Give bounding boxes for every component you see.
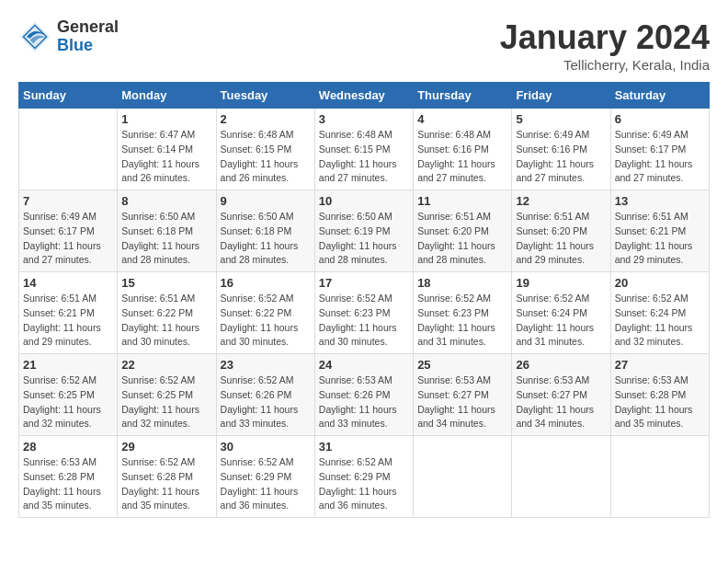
day-detail: Sunrise: 6:51 AM Sunset: 6:20 PM Dayligh… (417, 210, 507, 268)
day-detail: Sunrise: 6:47 AM Sunset: 6:14 PM Dayligh… (121, 128, 211, 186)
week-row: 21Sunrise: 6:52 AM Sunset: 6:25 PM Dayli… (19, 354, 710, 436)
day-number: 16 (221, 276, 311, 290)
day-cell (19, 109, 118, 190)
header-cell-thursday: Thursday (414, 83, 512, 109)
week-row: 1Sunrise: 6:47 AM Sunset: 6:14 PM Daylig… (19, 109, 710, 190)
day-detail: Sunrise: 6:53 AM Sunset: 6:28 PM Dayligh… (23, 455, 113, 513)
day-cell: 23Sunrise: 6:52 AM Sunset: 6:26 PM Dayli… (216, 354, 314, 436)
day-cell: 28Sunrise: 6:53 AM Sunset: 6:28 PM Dayli… (19, 436, 118, 518)
day-cell: 12Sunrise: 6:51 AM Sunset: 6:20 PM Dayli… (512, 190, 610, 272)
header-row: SundayMondayTuesdayWednesdayThursdayFrid… (19, 83, 710, 109)
day-number: 2 (221, 112, 311, 126)
day-detail: Sunrise: 6:51 AM Sunset: 6:22 PM Dayligh… (121, 292, 211, 350)
day-number: 22 (121, 358, 211, 372)
day-detail: Sunrise: 6:49 AM Sunset: 6:17 PM Dayligh… (615, 128, 705, 186)
day-number: 28 (23, 440, 113, 454)
day-cell: 24Sunrise: 6:53 AM Sunset: 6:26 PM Dayli… (314, 354, 413, 436)
day-cell: 18Sunrise: 6:52 AM Sunset: 6:23 PM Dayli… (414, 272, 512, 354)
day-cell: 17Sunrise: 6:52 AM Sunset: 6:23 PM Dayli… (314, 272, 413, 354)
day-number: 11 (417, 194, 507, 208)
day-cell: 25Sunrise: 6:53 AM Sunset: 6:27 PM Dayli… (414, 354, 512, 436)
day-detail: Sunrise: 6:51 AM Sunset: 6:21 PM Dayligh… (23, 292, 113, 350)
day-detail: Sunrise: 6:52 AM Sunset: 6:26 PM Dayligh… (221, 373, 311, 431)
day-cell: 22Sunrise: 6:52 AM Sunset: 6:25 PM Dayli… (118, 354, 216, 436)
day-number: 14 (23, 276, 113, 290)
header-cell-wednesday: Wednesday (314, 83, 413, 109)
day-detail: Sunrise: 6:48 AM Sunset: 6:16 PM Dayligh… (417, 128, 507, 186)
header-cell-saturday: Saturday (610, 83, 709, 109)
day-number: 10 (319, 194, 409, 208)
day-number: 23 (221, 358, 311, 372)
day-number: 15 (121, 276, 211, 290)
header-cell-sunday: Sunday (19, 83, 118, 109)
header-cell-tuesday: Tuesday (216, 83, 314, 109)
day-number: 13 (615, 194, 705, 208)
day-detail: Sunrise: 6:53 AM Sunset: 6:27 PM Dayligh… (516, 373, 606, 431)
day-detail: Sunrise: 6:52 AM Sunset: 6:23 PM Dayligh… (417, 292, 507, 350)
day-cell: 15Sunrise: 6:51 AM Sunset: 6:22 PM Dayli… (118, 272, 216, 354)
day-number: 1 (121, 112, 211, 126)
day-detail: Sunrise: 6:52 AM Sunset: 6:24 PM Dayligh… (516, 292, 606, 350)
day-number: 9 (221, 194, 311, 208)
day-number: 12 (516, 194, 606, 208)
day-detail: Sunrise: 6:53 AM Sunset: 6:28 PM Dayligh… (615, 373, 705, 431)
day-detail: Sunrise: 6:52 AM Sunset: 6:23 PM Dayligh… (319, 292, 409, 350)
week-row: 7Sunrise: 6:49 AM Sunset: 6:17 PM Daylig… (19, 190, 710, 272)
calendar-header: SundayMondayTuesdayWednesdayThursdayFrid… (19, 83, 710, 109)
day-cell: 13Sunrise: 6:51 AM Sunset: 6:21 PM Dayli… (610, 190, 709, 272)
day-cell: 11Sunrise: 6:51 AM Sunset: 6:20 PM Dayli… (414, 190, 512, 272)
day-detail: Sunrise: 6:50 AM Sunset: 6:18 PM Dayligh… (221, 210, 311, 268)
day-number: 19 (516, 276, 606, 290)
day-cell: 16Sunrise: 6:52 AM Sunset: 6:22 PM Dayli… (216, 272, 314, 354)
day-cell: 27Sunrise: 6:53 AM Sunset: 6:28 PM Dayli… (610, 354, 709, 436)
day-cell: 10Sunrise: 6:50 AM Sunset: 6:19 PM Dayli… (314, 190, 413, 272)
day-cell: 14Sunrise: 6:51 AM Sunset: 6:21 PM Dayli… (19, 272, 118, 354)
day-detail: Sunrise: 6:53 AM Sunset: 6:27 PM Dayligh… (417, 373, 507, 431)
logo-icon (18, 20, 51, 53)
day-number: 18 (417, 276, 507, 290)
day-detail: Sunrise: 6:53 AM Sunset: 6:26 PM Dayligh… (319, 373, 409, 431)
logo-general-text: General (57, 18, 119, 37)
day-cell: 30Sunrise: 6:52 AM Sunset: 6:29 PM Dayli… (216, 436, 314, 518)
day-number: 21 (23, 358, 113, 372)
day-number: 4 (417, 112, 507, 126)
week-row: 14Sunrise: 6:51 AM Sunset: 6:21 PM Dayli… (19, 272, 710, 354)
day-number: 3 (319, 112, 409, 126)
day-cell: 4Sunrise: 6:48 AM Sunset: 6:16 PM Daylig… (414, 109, 512, 190)
logo-blue-text: Blue (57, 37, 119, 55)
day-cell: 8Sunrise: 6:50 AM Sunset: 6:18 PM Daylig… (118, 190, 216, 272)
day-cell: 2Sunrise: 6:48 AM Sunset: 6:15 PM Daylig… (216, 109, 314, 190)
title-area: January 2024 Tellicherry, Kerala, India (500, 18, 710, 73)
day-cell: 31Sunrise: 6:52 AM Sunset: 6:29 PM Dayli… (314, 436, 413, 518)
day-detail: Sunrise: 6:52 AM Sunset: 6:25 PM Dayligh… (23, 373, 113, 431)
day-detail: Sunrise: 6:52 AM Sunset: 6:22 PM Dayligh… (221, 292, 311, 350)
calendar-title: January 2024 (500, 18, 710, 57)
day-detail: Sunrise: 6:49 AM Sunset: 6:16 PM Dayligh… (516, 128, 606, 186)
day-number: 8 (121, 194, 211, 208)
day-cell: 26Sunrise: 6:53 AM Sunset: 6:27 PM Dayli… (512, 354, 610, 436)
day-number: 26 (516, 358, 606, 372)
day-number: 5 (516, 112, 606, 126)
day-number: 24 (319, 358, 409, 372)
day-detail: Sunrise: 6:50 AM Sunset: 6:18 PM Dayligh… (121, 210, 211, 268)
day-number: 31 (319, 440, 409, 454)
day-cell (414, 436, 512, 518)
day-number: 25 (417, 358, 507, 372)
day-cell: 19Sunrise: 6:52 AM Sunset: 6:24 PM Dayli… (512, 272, 610, 354)
day-cell: 1Sunrise: 6:47 AM Sunset: 6:14 PM Daylig… (118, 109, 216, 190)
day-cell: 20Sunrise: 6:52 AM Sunset: 6:24 PM Dayli… (610, 272, 709, 354)
day-number: 17 (319, 276, 409, 290)
day-number: 29 (121, 440, 211, 454)
day-cell: 7Sunrise: 6:49 AM Sunset: 6:17 PM Daylig… (19, 190, 118, 272)
day-cell (512, 436, 610, 518)
day-detail: Sunrise: 6:52 AM Sunset: 6:29 PM Dayligh… (319, 455, 409, 513)
day-detail: Sunrise: 6:48 AM Sunset: 6:15 PM Dayligh… (221, 128, 311, 186)
day-detail: Sunrise: 6:52 AM Sunset: 6:29 PM Dayligh… (221, 455, 311, 513)
week-row: 28Sunrise: 6:53 AM Sunset: 6:28 PM Dayli… (19, 436, 710, 518)
day-detail: Sunrise: 6:52 AM Sunset: 6:28 PM Dayligh… (121, 455, 211, 513)
day-number: 27 (615, 358, 705, 372)
day-cell (610, 436, 709, 518)
day-number: 30 (221, 440, 311, 454)
day-cell: 5Sunrise: 6:49 AM Sunset: 6:16 PM Daylig… (512, 109, 610, 190)
day-number: 7 (23, 194, 113, 208)
